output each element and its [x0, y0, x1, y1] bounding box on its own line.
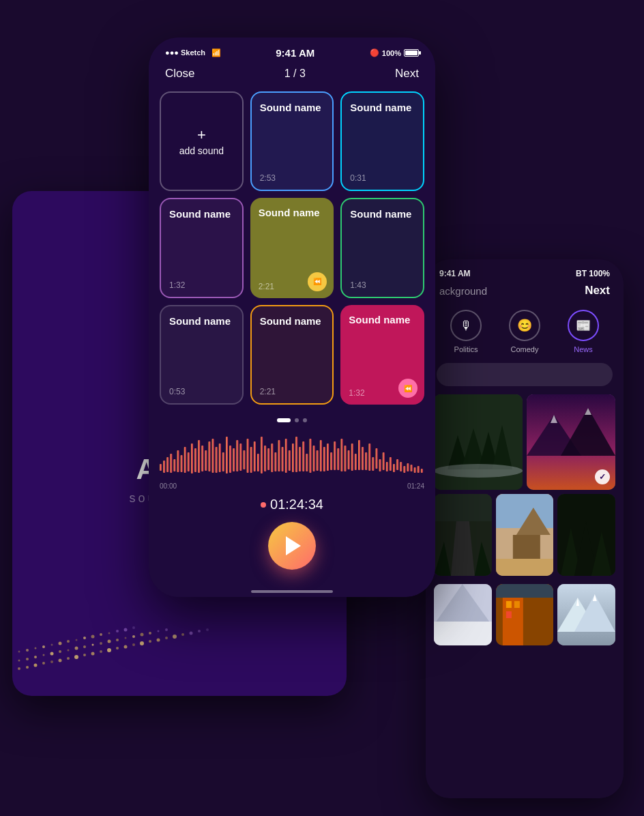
phone-right-time: 9:41 AM — [439, 269, 471, 278]
svg-rect-92 — [278, 440, 280, 471]
svg-rect-128 — [403, 466, 405, 473]
svg-rect-111 — [345, 446, 347, 471]
svg-rect-69 — [198, 440, 200, 473]
image-forest[interactable] — [434, 394, 523, 490]
image-snow[interactable] — [434, 584, 492, 645]
politics-label: Politics — [454, 345, 478, 353]
search-bar[interactable] — [437, 363, 613, 386]
battery-indicator: 🔴 100% — [370, 48, 419, 57]
rewind-button-4[interactable]: ⏪ — [308, 272, 327, 291]
svg-rect-167 — [506, 611, 511, 618]
svg-point-35 — [108, 640, 111, 643]
svg-rect-124 — [390, 457, 392, 471]
phone-right-nav: ackground Next — [426, 284, 624, 304]
sound-card-3[interactable]: Sound name 1:32 — [160, 198, 244, 297]
svg-rect-84 — [250, 447, 252, 473]
svg-rect-91 — [274, 452, 276, 471]
svg-rect-102 — [313, 446, 315, 471]
svg-point-2 — [34, 664, 38, 667]
clock: 9:41 AM — [276, 47, 314, 59]
comedy-icon: 😊 — [509, 310, 540, 341]
svg-point-11 — [107, 648, 111, 652]
player-time-display: 01:24:34 — [261, 497, 323, 512]
svg-rect-123 — [386, 462, 388, 471]
svg-point-14 — [132, 643, 135, 646]
next-button[interactable]: Next — [395, 67, 419, 81]
svg-point-34 — [100, 642, 102, 645]
image-desert[interactable] — [496, 494, 554, 576]
svg-point-7 — [74, 655, 78, 659]
svg-rect-62 — [173, 459, 175, 471]
page-indicator: 1 / 3 — [284, 68, 306, 80]
svg-rect-93 — [282, 447, 284, 471]
svg-rect-125 — [393, 464, 395, 472]
svg-point-0 — [18, 667, 20, 670]
image-mountain-selected[interactable]: ✓ — [527, 394, 615, 490]
svg-rect-66 — [188, 452, 190, 471]
svg-point-19 — [173, 635, 177, 639]
svg-rect-121 — [379, 459, 381, 471]
svg-rect-120 — [376, 448, 378, 469]
sound-card-4-active[interactable]: Sound name 2:21 ⏪ — [250, 198, 334, 297]
svg-point-31 — [75, 647, 78, 650]
close-button[interactable]: Close — [165, 67, 194, 81]
pagination-dots — [149, 413, 435, 428]
svg-rect-119 — [372, 457, 374, 471]
image-road[interactable] — [434, 494, 492, 576]
back-label[interactable]: ackground — [439, 285, 487, 297]
svg-rect-60 — [166, 457, 169, 472]
svg-rect-115 — [358, 440, 360, 470]
svg-point-50 — [76, 639, 78, 641]
sound-card-1[interactable]: Sound name 2:53 — [250, 91, 334, 191]
svg-rect-130 — [411, 465, 413, 471]
image-snowy-mountains[interactable] — [557, 584, 615, 645]
svg-rect-75 — [219, 443, 221, 472]
svg-point-28 — [50, 652, 54, 656]
sound-name-3: Sound name — [169, 207, 234, 221]
image-building[interactable] — [496, 584, 554, 645]
sound-card-5[interactable]: Sound name 1:43 — [340, 198, 424, 297]
svg-rect-94 — [285, 439, 287, 473]
image-dark-forest[interactable] — [557, 494, 615, 576]
dot-2 — [295, 418, 299, 422]
svg-rect-127 — [400, 462, 402, 471]
rewind-button-8[interactable]: ⏪ — [398, 379, 418, 398]
svg-rect-95 — [289, 450, 291, 471]
comedy-label: Comedy — [511, 345, 539, 353]
svg-rect-83 — [247, 439, 249, 473]
waveform-container — [160, 433, 424, 481]
svg-rect-108 — [334, 441, 336, 470]
sound-name-2: Sound name — [350, 101, 415, 115]
sound-card-8-active[interactable]: Sound name 1:32 ⏪ — [340, 305, 424, 405]
sound-card-2[interactable]: Sound name 0:31 — [340, 91, 424, 191]
svg-point-12 — [116, 647, 119, 650]
svg-point-37 — [125, 637, 127, 639]
play-icon — [286, 536, 301, 555]
svg-rect-64 — [181, 455, 183, 472]
category-news[interactable]: 📰 News — [568, 310, 599, 353]
news-label: News — [574, 345, 593, 353]
svg-point-1 — [26, 666, 29, 669]
svg-rect-131 — [414, 467, 416, 473]
svg-rect-76 — [222, 452, 224, 471]
category-politics[interactable]: 🎙 Politics — [450, 310, 482, 353]
sound-card-7[interactable]: Sound name 2:21 — [250, 305, 334, 405]
add-sound-button[interactable]: + add sound — [160, 91, 244, 191]
sound-name-4: Sound name — [259, 206, 326, 220]
svg-rect-89 — [267, 448, 269, 470]
sound-card-6[interactable]: Sound name 0:53 — [160, 305, 244, 405]
sound-duration-2: 0:31 — [350, 173, 415, 183]
right-next-button[interactable]: Next — [585, 284, 610, 297]
waveform-times: 00:00 01:24 — [160, 482, 424, 490]
svg-rect-150 — [434, 494, 492, 521]
play-button[interactable] — [268, 522, 316, 570]
category-comedy[interactable]: 😊 Comedy — [509, 310, 540, 353]
svg-rect-105 — [323, 447, 325, 471]
svg-rect-165 — [506, 601, 511, 608]
svg-rect-164 — [502, 598, 523, 645]
sound-duration-6: 0:53 — [169, 387, 234, 396]
svg-rect-101 — [310, 439, 312, 473]
svg-point-40 — [149, 632, 151, 635]
svg-point-22 — [198, 630, 201, 632]
svg-point-43 — [18, 651, 20, 653]
